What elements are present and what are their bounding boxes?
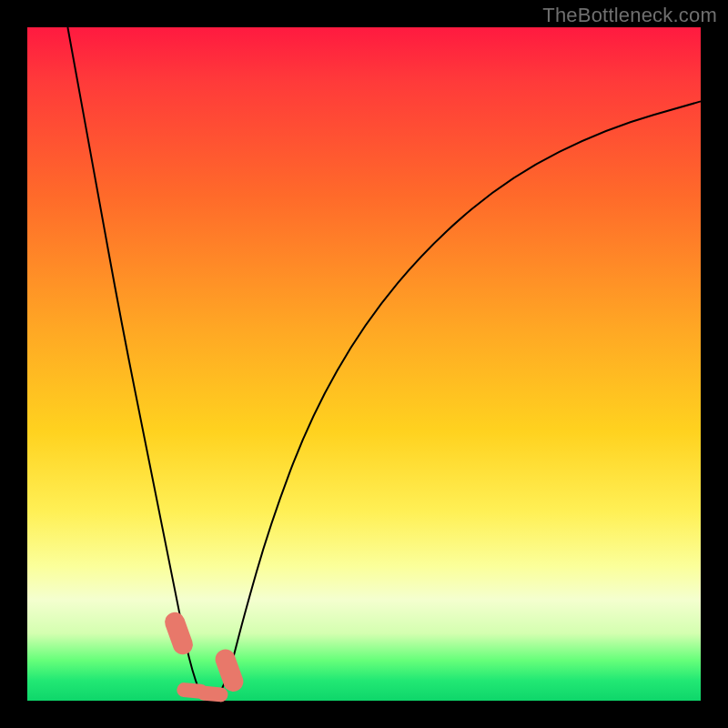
- curve-svg: [27, 27, 701, 701]
- chart-frame: TheBottleneck.com: [0, 0, 728, 728]
- markers-group: [175, 622, 233, 695]
- bottleneck-curve: [67, 27, 701, 701]
- curve-marker: [205, 693, 221, 695]
- curve-marker: [175, 622, 183, 644]
- plot-area: [27, 27, 701, 701]
- watermark-text: TheBottleneck.com: [542, 4, 717, 27]
- curve-marker: [226, 660, 234, 682]
